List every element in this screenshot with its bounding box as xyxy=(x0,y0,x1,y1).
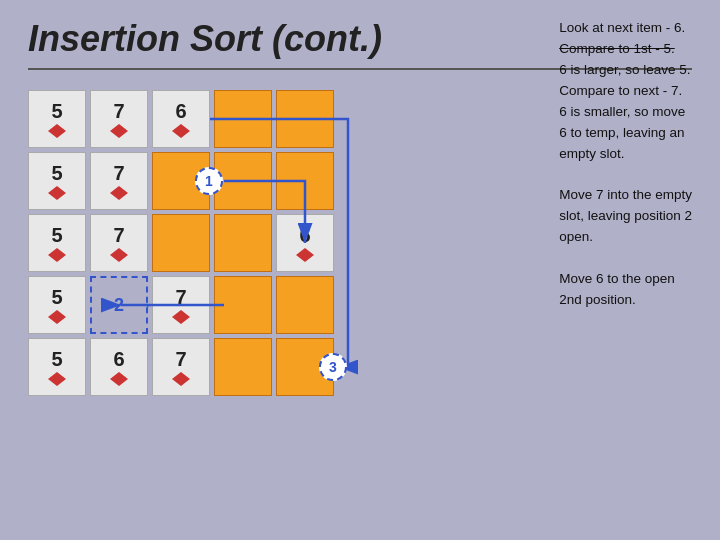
svg-marker-10 xyxy=(48,372,66,386)
cell-r3-c4 xyxy=(214,214,272,272)
diamond-icon xyxy=(48,310,66,324)
cell-value: 7 xyxy=(175,348,186,371)
cell-r1-c5 xyxy=(276,90,334,148)
cell-r5-c4 xyxy=(214,338,272,396)
info-line6: 6 to temp, leaving an xyxy=(559,123,692,144)
cell-r5-c2: 6 xyxy=(90,338,148,396)
svg-marker-3 xyxy=(48,186,66,200)
svg-marker-2 xyxy=(172,124,190,138)
cell-r4-c1: 5 xyxy=(28,276,86,334)
diamond-icon xyxy=(110,372,128,386)
cell-r2-c5 xyxy=(276,152,334,210)
cell-r1-c4 xyxy=(214,90,272,148)
grid-row-4: 5 2 7 → xyxy=(28,276,334,334)
position-label-2: 2 xyxy=(114,295,124,316)
cell-value: 7 xyxy=(113,224,124,247)
cell-value: 6 xyxy=(175,100,186,123)
diamond-icon xyxy=(172,124,190,138)
info-line3: 6 is larger, so leave 5. xyxy=(559,60,692,81)
cell-value: 7 xyxy=(175,286,186,309)
svg-marker-9 xyxy=(172,310,190,324)
cell-value: 5 xyxy=(51,348,62,371)
diamond-icon xyxy=(296,248,314,262)
diamond-icon xyxy=(172,372,190,386)
svg-marker-7 xyxy=(296,248,314,262)
cell-r3-c2: 7 xyxy=(90,214,148,272)
diamond-icon xyxy=(172,310,190,324)
cell-value: 5 xyxy=(51,286,62,309)
cell-value: 6 xyxy=(299,224,310,247)
cell-value: 5 xyxy=(51,100,62,123)
info-line11: Move 6 to the open xyxy=(559,269,692,290)
info-line5: 6 is smaller, so move xyxy=(559,102,692,123)
info-line7: empty slot. xyxy=(559,144,692,165)
diamond-icon xyxy=(48,124,66,138)
info-line8: Move 7 into the empty xyxy=(559,185,692,206)
cell-r3-c5: 6 xyxy=(276,214,334,272)
diamond-icon xyxy=(48,372,66,386)
cell-r5-c5: 3 xyxy=(276,338,334,396)
diamond-icon xyxy=(110,124,128,138)
sort-grid: 5 7 6 5 7 xyxy=(28,90,334,396)
info-line10: open. xyxy=(559,227,692,248)
cell-value: 7 xyxy=(113,100,124,123)
circle-marker-3: 3 xyxy=(319,353,347,381)
arrow-left: → xyxy=(135,295,153,316)
cell-r3-c1: 5 xyxy=(28,214,86,272)
cell-r5-c1: 5 xyxy=(28,338,86,396)
grid-row-5: 5 6 7 3 xyxy=(28,338,334,396)
svg-marker-12 xyxy=(172,372,190,386)
diamond-icon xyxy=(48,186,66,200)
cell-r2-c1: 5 xyxy=(28,152,86,210)
cell-value: 5 xyxy=(51,162,62,185)
cell-r2-c2: 7 xyxy=(90,152,148,210)
cell-r1-c1: 5 xyxy=(28,90,86,148)
cell-r4-c3: 7 → xyxy=(152,276,210,334)
info-line2: Compare to 1st - 5. xyxy=(559,39,692,60)
cell-r2-c3: 1 xyxy=(152,152,210,210)
diamond-icon xyxy=(48,248,66,262)
diamond-icon xyxy=(110,248,128,262)
page-title: Insertion Sort (cont.) xyxy=(28,18,382,60)
svg-marker-6 xyxy=(110,248,128,262)
cell-r1-c2: 7 xyxy=(90,90,148,148)
cell-value: 6 xyxy=(113,348,124,371)
svg-marker-4 xyxy=(110,186,128,200)
cell-value: 7 xyxy=(113,162,124,185)
grid-row-3: 5 7 6 xyxy=(28,214,334,272)
svg-marker-8 xyxy=(48,310,66,324)
grid-row-1: 5 7 6 xyxy=(28,90,334,148)
cell-r1-c3: 6 xyxy=(152,90,210,148)
diamond-icon xyxy=(110,186,128,200)
cell-value: 5 xyxy=(51,224,62,247)
cell-r5-c3: 7 xyxy=(152,338,210,396)
info-line12: 2nd position. xyxy=(559,290,692,311)
svg-marker-0 xyxy=(48,124,66,138)
grid-row-2: 5 7 1 xyxy=(28,152,334,210)
svg-marker-5 xyxy=(48,248,66,262)
cell-r4-c4 xyxy=(214,276,272,334)
cell-r3-c3 xyxy=(152,214,210,272)
svg-marker-1 xyxy=(110,124,128,138)
info-line4: Compare to next - 7. xyxy=(559,81,692,102)
circle-marker-1: 1 xyxy=(195,167,223,195)
cell-r4-c5 xyxy=(276,276,334,334)
info-line1: Look at next item - 6. xyxy=(559,18,692,39)
info-line9: slot, leaving position 2 xyxy=(559,206,692,227)
svg-marker-11 xyxy=(110,372,128,386)
info-panel: Look at next item - 6. Compare to 1st - … xyxy=(559,18,692,311)
